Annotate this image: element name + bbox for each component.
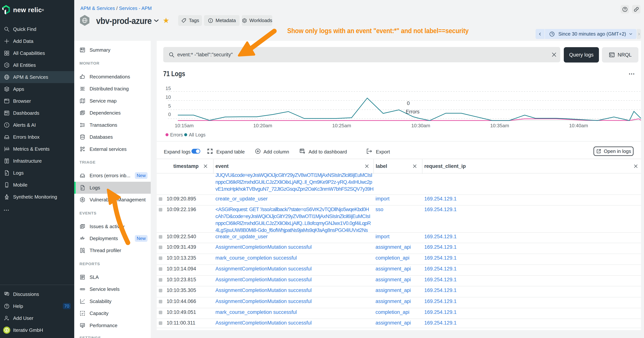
svg-text:10:40am: 10:40am — [569, 123, 588, 128]
svg-text:Errors: Errors — [406, 109, 420, 115]
svg-text:10:30am: 10:30am — [411, 123, 430, 128]
svg-text:Errors: Errors — [170, 132, 183, 137]
svg-text:0: 0 — [168, 112, 171, 117]
svg-text:All Logs: All Logs — [189, 132, 206, 137]
svg-text:10:15am: 10:15am — [175, 123, 194, 128]
svg-text:10:25am: 10:25am — [332, 123, 351, 128]
svg-text:5: 5 — [168, 103, 171, 109]
svg-text:0: 0 — [407, 101, 410, 106]
svg-text:10:20am: 10:20am — [253, 123, 272, 128]
svg-text:10: 10 — [166, 94, 171, 100]
svg-text:15: 15 — [166, 86, 171, 91]
svg-text:10:35am: 10:35am — [490, 123, 509, 128]
